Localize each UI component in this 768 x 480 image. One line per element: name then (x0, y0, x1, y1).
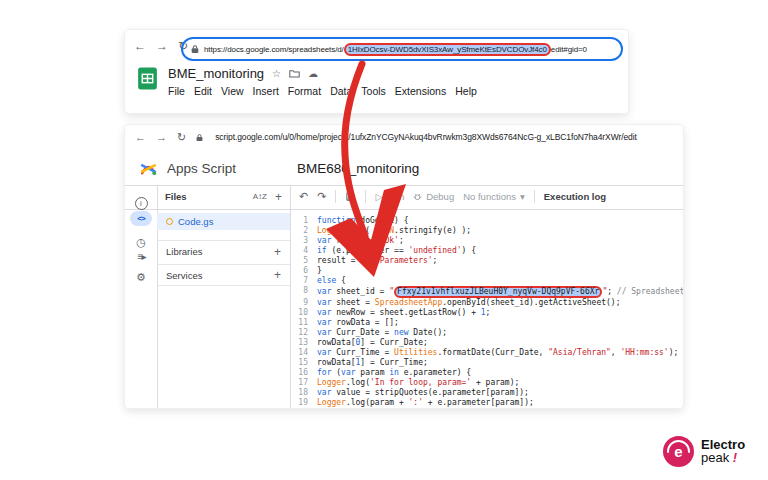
project-title[interactable]: BME680_monitoring (297, 161, 419, 176)
code-line: 10var newRow = sheet.getLastRow() + 1; (290, 308, 683, 318)
code-line: 9var sheet = SpreadsheetApp.openById(she… (290, 298, 683, 308)
file-name: Code.gs (178, 216, 213, 227)
electropeak-brand-icon: e (663, 436, 694, 467)
services-label: Services (166, 270, 202, 281)
files-panel: Files A↕Z + Code.gs Libraries + Services… (157, 185, 291, 408)
debug-button[interactable]: Debug (413, 191, 454, 202)
redo-icon[interactable]: ↷ (317, 190, 326, 203)
line-number: 17 (290, 378, 308, 388)
line-number: 13 (290, 338, 308, 348)
triggers-clock-icon[interactable]: ◷ (125, 236, 157, 249)
line-number: 1 (290, 216, 308, 226)
line-number: 2 (290, 226, 308, 236)
line-number: 11 (290, 318, 308, 328)
run-button[interactable]: ▷Run (375, 191, 404, 202)
code-line: 18var value = stripQuotes(e.parameter[pa… (290, 388, 683, 398)
menu-item-tools[interactable]: Tools (361, 85, 386, 97)
cloud-status-icon: ☁ (308, 68, 318, 79)
back-icon[interactable]: ← (135, 132, 146, 143)
libraries-label: Libraries (166, 246, 202, 257)
line-number: 6 (290, 266, 308, 276)
code-line: 5result = 'No Parameters'; (290, 256, 683, 266)
sheets-menubar: FileEditViewInsertFormatDataToolsExtensi… (168, 85, 477, 97)
toolbar-divider (365, 190, 366, 203)
toolbar-divider (335, 190, 336, 203)
code-line: 12var Curr_Date = new Date(); (290, 328, 683, 338)
undo-icon[interactable]: ↶ (299, 190, 308, 203)
menu-item-edit[interactable]: Edit (194, 85, 212, 97)
electropeak-bang: ! (733, 450, 737, 465)
menu-item-format[interactable]: Format (288, 85, 321, 97)
code-line: 3var result = 'Ok'; (290, 236, 683, 246)
menu-item-view[interactable]: View (221, 85, 244, 97)
add-library-icon[interactable]: + (274, 245, 281, 259)
screenshot-stage: ← → ↻ https://docs.google.com/spreadshee… (0, 0, 768, 480)
code-line: 4if (e.parameter == 'undefined') { (290, 246, 683, 256)
star-icon[interactable]: ☆ (272, 68, 281, 79)
add-file-icon[interactable]: + (275, 190, 282, 204)
code-line: 8var sheet_id = "Ffxy21v1vhflxuzJLBeuH0Y… (290, 286, 683, 298)
spreadsheet-id-highlight: 1HIxDOcsv-DWD5dvXIS3xAw_ySfmeKtEsDVCDOvJ… (344, 43, 551, 56)
google-sheets-icon[interactable] (135, 66, 160, 91)
code-line: 1function doGet(e) { (290, 216, 683, 226)
electropeak-wordmark-line2: peak (701, 450, 729, 465)
sort-files-icon[interactable]: A↕Z (253, 192, 267, 201)
menu-item-file[interactable]: File (168, 85, 185, 97)
code-line: 15rowData[1] = Curr_Time; (290, 358, 683, 368)
line-number: 19 (290, 398, 308, 408)
menu-item-insert[interactable]: Insert (253, 85, 279, 97)
bug-icon (413, 192, 422, 201)
lock-icon (191, 44, 199, 54)
line-number: 10 (290, 308, 308, 318)
reload-icon[interactable]: ↻ (177, 132, 186, 143)
function-select-dropdown[interactable]: No functions▾ (463, 191, 525, 202)
line-number: 14 (290, 348, 308, 358)
forward-icon[interactable]: → (156, 40, 168, 52)
menu-item-data[interactable]: Data (330, 85, 352, 97)
move-folder-icon[interactable] (289, 69, 300, 78)
line-number: 5 (290, 256, 308, 266)
settings-gear-icon[interactable]: ⚙ (125, 271, 157, 284)
lock-icon (196, 133, 203, 142)
url-text: https://docs.google.com/spreadsheets/d/1… (204, 43, 587, 56)
code-line: 2Logger.log( JSON.stringify(e) ); (290, 226, 683, 236)
executions-icon[interactable]: ≡▸ (125, 251, 157, 262)
line-number: 4 (290, 246, 308, 256)
line-number: 3 (290, 236, 308, 246)
menu-item-help[interactable]: Help (455, 85, 477, 97)
overview-icon[interactable]: i (125, 192, 157, 210)
code-editor[interactable]: 1function doGet(e) {2Logger.log( JSON.st… (290, 209, 683, 408)
save-icon[interactable] (345, 191, 356, 202)
forward-icon[interactable]: → (156, 132, 167, 143)
line-number: 12 (290, 328, 308, 338)
add-service-icon[interactable]: + (274, 268, 281, 282)
code-line: 19Logger.log(param + ':' + e.parameter[p… (290, 398, 683, 408)
electropeak-logo: e Electro peak ! (663, 436, 745, 467)
toolbar-divider (534, 190, 535, 203)
line-number: 18 (290, 388, 308, 398)
address-bar[interactable]: script.google.com/u/0/home/projects/1ufx… (215, 132, 636, 143)
code-line: 7else { (290, 276, 683, 286)
file-item-codegs[interactable]: Code.gs (157, 213, 290, 230)
spreadsheet-title[interactable]: BME_monitoring (168, 66, 264, 81)
left-rail: i <> ◷ ≡▸ ⚙ (125, 185, 158, 408)
apps-script-brand[interactable]: Apps Script (167, 161, 236, 176)
line-number: 9 (290, 298, 308, 308)
sheet-id-highlight: Ffxy21v1vhflxuzJLBeuH0Y_nyqVw-DQq9pVF-66… (394, 286, 602, 298)
menu-item-extensions[interactable]: Extensions (395, 85, 446, 97)
editor-icon[interactable]: <> (130, 211, 152, 226)
libraries-section: Libraries + (157, 240, 290, 262)
line-number: 16 (290, 368, 308, 378)
execution-log-button[interactable]: Execution log (544, 191, 606, 202)
sheets-browser-window: ← → ↻ https://docs.google.com/spreadshee… (125, 30, 628, 113)
address-bar[interactable]: https://docs.google.com/spreadsheets/d/1… (181, 37, 623, 61)
code-line: 17Logger.log('In for loop, param=' + par… (290, 378, 683, 388)
line-number: 7 (290, 276, 308, 286)
code-line: 16for (var param in e.parameter) { (290, 368, 683, 378)
apps-script-browser-window: ← → ↻ script.google.com/u/0/home/project… (125, 125, 683, 408)
back-icon[interactable]: ← (134, 40, 146, 52)
line-number: 8 (290, 286, 308, 298)
services-section: Services + (157, 264, 290, 286)
files-header-label: Files (165, 191, 187, 202)
code-line: 13rowData[0] = Curr_Date; (290, 338, 683, 348)
